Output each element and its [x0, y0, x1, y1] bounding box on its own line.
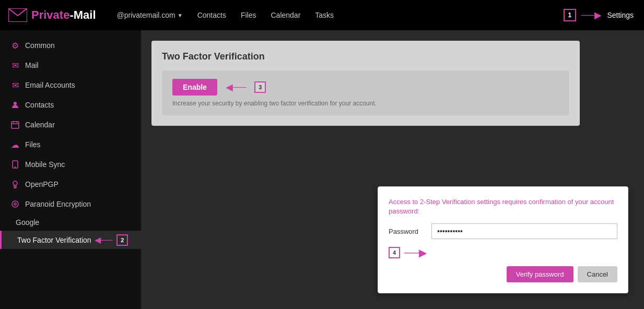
cancel-button[interactable]: Cancel [578, 266, 617, 282]
step4-container: 4 ──▶ [389, 246, 617, 259]
sidebar-item-files[interactable]: ☁ Files [0, 135, 141, 154]
card-inner: Enable ◀── 3 Increase your security by e… [162, 70, 569, 115]
password-label: Password [389, 228, 425, 235]
sidebar-item-openpgp[interactable]: OpenPGP [0, 174, 141, 194]
nav-contacts[interactable]: Contacts [197, 11, 226, 19]
settings-arrow: ──▶ [581, 9, 602, 21]
sidebar-item-mobile-sync[interactable]: Mobile Sync [0, 154, 141, 174]
svg-rect-2 [11, 122, 19, 128]
sidebar-item-label: Files [25, 140, 41, 149]
dialog-buttons: Verify password Cancel [389, 266, 617, 282]
openpgp-icon [10, 180, 20, 189]
sidebar-item-email-accounts[interactable]: ✉ Email Accounts [0, 75, 141, 95]
nav-links: @privatemail.com ▼ Contacts Files Calend… [117, 11, 636, 19]
two-factor-verification-card: Two Factor Verification Enable ◀── 3 Inc… [151, 41, 580, 126]
two-factor-label-container: Two Factor Verification ◀── 2 [17, 235, 112, 245]
gear-icon: ⚙ [10, 41, 20, 50]
files-icon: ☁ [10, 140, 20, 149]
sidebar: ⚙ Common ✉ Mail ✉ Email Accounts Contact… [0, 30, 141, 309]
sidebar-item-label: Mobile Sync [25, 160, 65, 169]
step-4-badge: 4 [389, 247, 400, 258]
card-title: Two Factor Verification [162, 51, 569, 62]
password-field-row: Password [389, 223, 617, 239]
sidebar-sub-two-factor[interactable]: Two Factor Verification ◀── 2 [0, 231, 141, 249]
mail-icon: ✉ [10, 61, 20, 70]
settings-label[interactable]: Settings [607, 11, 634, 19]
password-input[interactable] [431, 223, 617, 239]
settings-area: 1 ──▶ Settings [564, 9, 634, 21]
main-layout: ⚙ Common ✉ Mail ✉ Email Accounts Contact… [0, 30, 644, 309]
verify-password-button[interactable]: Verify password [507, 266, 573, 282]
sidebar-item-label: Mail [25, 61, 39, 69]
enable-row: Enable ◀── 3 [172, 79, 559, 96]
sidebar-item-mail[interactable]: ✉ Mail [0, 55, 141, 75]
nav-tasks[interactable]: Tasks [315, 11, 334, 19]
logo-icon [8, 8, 27, 22]
contacts-icon [10, 100, 20, 110]
enable-arrow: ◀── [226, 81, 247, 93]
logo-text: Private-Mail [31, 8, 96, 22]
sidebar-item-common[interactable]: ⚙ Common [0, 35, 141, 55]
sidebar-item-paranoid-encryption[interactable]: Paranoid Encryption [0, 194, 141, 214]
main-content: Two Factor Verification Enable ◀── 3 Inc… [141, 30, 644, 309]
enable-button[interactable]: Enable [172, 79, 217, 96]
sidebar-item-label: Calendar [25, 121, 55, 129]
calendar-icon [10, 120, 20, 129]
password-dialog: Access to 2-Step Verification settings r… [378, 186, 628, 293]
enable-description: Increase your security by enabling two f… [172, 100, 559, 107]
settings-step-badge: 1 [564, 9, 576, 21]
step-3-badge: 3 [254, 81, 266, 93]
sidebar-sub-google[interactable]: Google [0, 214, 141, 231]
nav-email-dropdown[interactable]: @privatemail.com ▼ [117, 11, 183, 19]
sidebar-item-label: OpenPGP [25, 180, 58, 188]
paranoid-encryption-icon [10, 199, 20, 209]
dialog-description: Access to 2-Step Verification settings r… [389, 197, 617, 216]
step4-arrow: ──▶ [404, 246, 427, 259]
step-2-badge: 2 [116, 234, 128, 246]
nav-files[interactable]: Files [241, 11, 256, 19]
sidebar-sub-label: Google [16, 218, 39, 227]
nav-calendar[interactable]: Calendar [271, 11, 300, 19]
top-navigation: Private-Mail @privatemail.com ▼ Contacts… [0, 0, 644, 30]
verification-link[interactable]: Verification settings [442, 198, 500, 206]
tfv-arrow: ◀── [95, 235, 113, 245]
mobile-sync-icon [10, 160, 20, 169]
sidebar-item-contacts[interactable]: Contacts [0, 95, 141, 115]
svg-point-8 [13, 181, 17, 185]
sidebar-item-label: Email Accounts [25, 81, 75, 89]
svg-point-11 [12, 201, 18, 207]
sidebar-sub-label: Two Factor Verification [17, 236, 91, 244]
email-accounts-icon: ✉ [10, 80, 20, 90]
sidebar-item-label: Common [25, 41, 55, 50]
svg-point-1 [14, 102, 17, 105]
sidebar-item-label: Contacts [25, 101, 54, 109]
svg-point-12 [14, 203, 16, 205]
app-logo[interactable]: Private-Mail [8, 8, 96, 22]
sidebar-item-label: Paranoid Encryption [25, 200, 91, 208]
sidebar-item-calendar[interactable]: Calendar [0, 115, 141, 135]
